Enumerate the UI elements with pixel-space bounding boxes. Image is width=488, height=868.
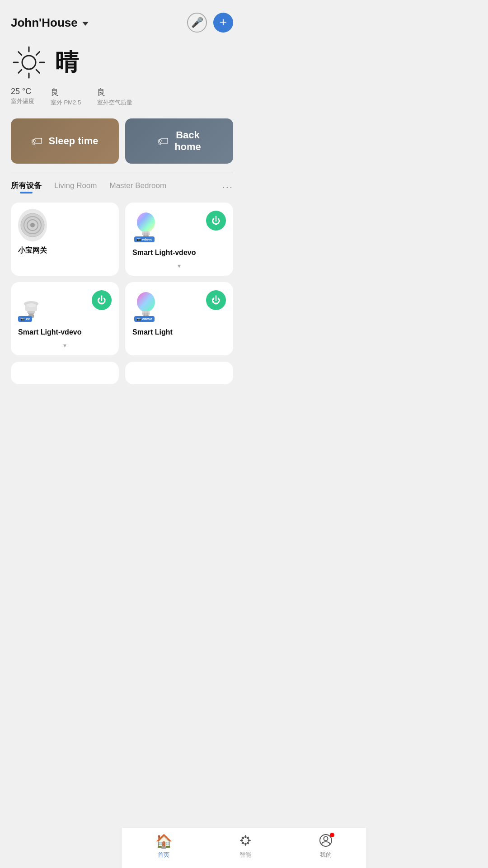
smart-light-3-image: 📷 vdevo (132, 290, 161, 322)
add-button[interactable]: + (213, 13, 233, 33)
svg-point-12 (30, 223, 35, 227)
app-header: John'House 🎤 + (0, 0, 244, 40)
svg-point-25 (26, 303, 36, 307)
svg-point-8 (22, 56, 36, 69)
weather-stats: 25 °C 室外温度 良 室外 PM2.5 良 室外空气质量 (11, 87, 233, 107)
gateway-name: 小宝网关 (18, 246, 112, 255)
smart-light-1-image: 📷 vdevo (132, 211, 161, 242)
svg-rect-22 (27, 311, 35, 313)
smart-light-1-card-top: 📷 vdevo ⏻ (132, 211, 226, 242)
house-title: John'House (11, 16, 78, 30)
smart-light-3-card-top: 📷 vdevo ⏻ (132, 290, 226, 322)
tab-all-devices[interactable]: 所有设备 (11, 180, 42, 193)
smart-light-3-name: Smart Light (132, 328, 226, 336)
temperature-stat: 25 °C 室外温度 (11, 87, 34, 107)
smart-light-3-power-button[interactable]: ⏻ (206, 290, 226, 310)
plus-icon: + (220, 16, 227, 28)
smart-light-2-name: Smart Light-vdevo (18, 328, 112, 336)
svg-line-4 (19, 52, 22, 55)
smart-light-2-card-top: 📷 xx ⏻ (18, 290, 112, 322)
smart-light-2-image: 📷 xx (18, 290, 47, 322)
power-icon-2: ⏻ (97, 295, 106, 306)
header-actions: 🎤 + (187, 13, 233, 33)
sun-icon (11, 44, 47, 80)
air-quality-label: 室外空气质量 (97, 99, 132, 107)
pm25-label: 室外 PM2.5 (51, 99, 81, 107)
svg-line-6 (36, 52, 39, 55)
house-selector[interactable]: John'House (11, 16, 89, 30)
svg-point-13 (137, 212, 155, 232)
scene-section: 🏷 Sleep time 🏷 Backhome (0, 115, 244, 173)
smart-light-1-expand[interactable]: ▾ (132, 262, 226, 269)
smart-light-1-card[interactable]: 📷 vdevo ⏻ Smart Light-vdevo ▾ (125, 203, 233, 276)
smart-light-2-card[interactable]: 📷 xx ⏻ Smart Light-vdevo ▾ (11, 282, 119, 355)
gateway-icon (18, 209, 47, 241)
power-icon-1: ⏻ (211, 216, 221, 226)
pm25-value: 良 (51, 87, 81, 98)
temperature-label: 室外温度 (11, 97, 34, 105)
sleep-time-label: Sleep time (48, 135, 98, 147)
svg-line-5 (36, 70, 39, 73)
mic-icon: 🎤 (191, 17, 203, 28)
smart-light-2-power-button[interactable]: ⏻ (92, 290, 112, 310)
pm25-stat: 良 室外 PM2.5 (51, 87, 81, 107)
svg-line-7 (19, 70, 22, 73)
device-filter-tabs: 所有设备 Living Room Master Bedroom ··· (0, 173, 244, 198)
back-home-label: Backhome (174, 129, 201, 153)
tag-icon-back: 🏷 (157, 134, 169, 148)
chevron-down-icon (82, 22, 89, 26)
device-grid: 小宝网关 (0, 198, 244, 355)
weather-section: 晴 25 °C 室外温度 良 室外 PM2.5 良 室外空气质量 (0, 40, 244, 115)
weather-main: 晴 (11, 44, 233, 80)
air-quality-stat: 良 室外空气质量 (97, 87, 132, 107)
tab-master-bedroom[interactable]: Master Bedroom (110, 181, 167, 193)
more-options-button[interactable]: ··· (222, 181, 233, 193)
smart-light-3-card[interactable]: 📷 vdevo ⏻ Smart Light (125, 282, 233, 355)
gateway-image (18, 211, 47, 240)
tab-living-room[interactable]: Living Room (54, 181, 97, 193)
weather-condition: 晴 (55, 47, 79, 78)
temperature-value: 25 °C (11, 87, 34, 96)
air-quality-value: 良 (97, 87, 132, 98)
gateway-card-top (18, 211, 112, 240)
vdevo-badge-1: 📷 vdevo (134, 236, 155, 242)
svg-point-26 (137, 292, 155, 312)
sleep-time-button[interactable]: 🏷 Sleep time (11, 118, 119, 164)
tag-icon-sleep: 🏷 (31, 134, 43, 148)
vdevo-badge-2: 📷 xx (18, 316, 32, 322)
mic-button[interactable]: 🎤 (187, 13, 207, 33)
vdevo-badge-3: 📷 vdevo (134, 316, 155, 322)
gateway-card[interactable]: 小宝网关 (11, 203, 119, 276)
smart-light-2-expand[interactable]: ▾ (18, 342, 112, 349)
smart-light-1-power-button[interactable]: ⏻ (206, 211, 226, 231)
power-icon-3: ⏻ (211, 295, 221, 306)
smart-light-1-name: Smart Light-vdevo (132, 249, 226, 257)
back-home-button[interactable]: 🏷 Backhome (125, 118, 233, 164)
svg-rect-23 (28, 313, 34, 314)
